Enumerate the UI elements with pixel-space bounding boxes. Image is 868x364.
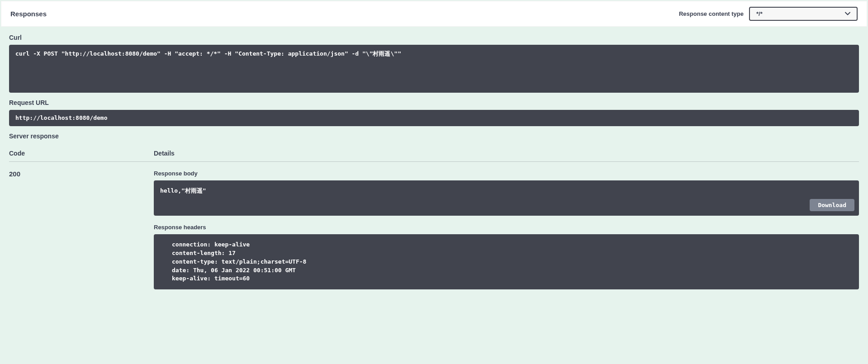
response-body-text: hello,"村雨遥" xyxy=(160,187,206,194)
server-response-section: Server response xyxy=(0,126,868,140)
response-body[interactable]: hello,"村雨遥" Download xyxy=(154,180,859,216)
response-table: Code Details 200 Response body hello,"村雨… xyxy=(0,143,868,289)
response-header-line: keep-alive: timeout=60 xyxy=(172,274,853,283)
server-response-label: Server response xyxy=(9,132,859,140)
table-row: 200 Response body hello,"村雨遥" Download R… xyxy=(9,162,859,289)
request-url-section: Request URL http://localhost:8080/demo xyxy=(0,93,868,126)
curl-label: Curl xyxy=(9,34,859,41)
response-header-line: date: Thu, 06 Jan 2022 00:51:00 GMT xyxy=(172,266,853,275)
response-body-label: Response body xyxy=(154,170,859,177)
curl-command[interactable]: curl -X POST "http://localhost:8080/demo… xyxy=(9,45,859,93)
content-type-select[interactable]: */* xyxy=(749,7,858,21)
response-table-head: Code Details xyxy=(9,143,859,162)
response-header-line: connection: keep-alive xyxy=(172,241,853,249)
content-type-value: */* xyxy=(756,10,763,17)
chevron-down-icon xyxy=(845,11,850,16)
details-column: Response body hello,"村雨遥" Download Respo… xyxy=(154,170,859,289)
response-headers-label: Response headers xyxy=(154,224,859,231)
content-type-group: Response content type */* xyxy=(679,7,858,21)
content-type-label: Response content type xyxy=(679,10,744,17)
column-code-header: Code xyxy=(9,150,154,157)
status-code: 200 xyxy=(9,170,154,289)
response-headers[interactable]: connection: keep-alive content-length: 1… xyxy=(154,234,859,289)
request-url-label: Request URL xyxy=(9,99,859,106)
curl-section: Curl curl -X POST "http://localhost:8080… xyxy=(0,28,868,93)
download-button[interactable]: Download xyxy=(810,199,854,211)
column-details-header: Details xyxy=(154,150,859,157)
response-header-line: content-length: 17 xyxy=(172,249,853,258)
responses-title: Responses xyxy=(10,10,47,18)
response-header-line: content-type: text/plain;charset=UTF-8 xyxy=(172,258,853,266)
request-url-value[interactable]: http://localhost:8080/demo xyxy=(9,110,859,126)
responses-header-bar: Responses Response content type */* xyxy=(1,1,867,27)
